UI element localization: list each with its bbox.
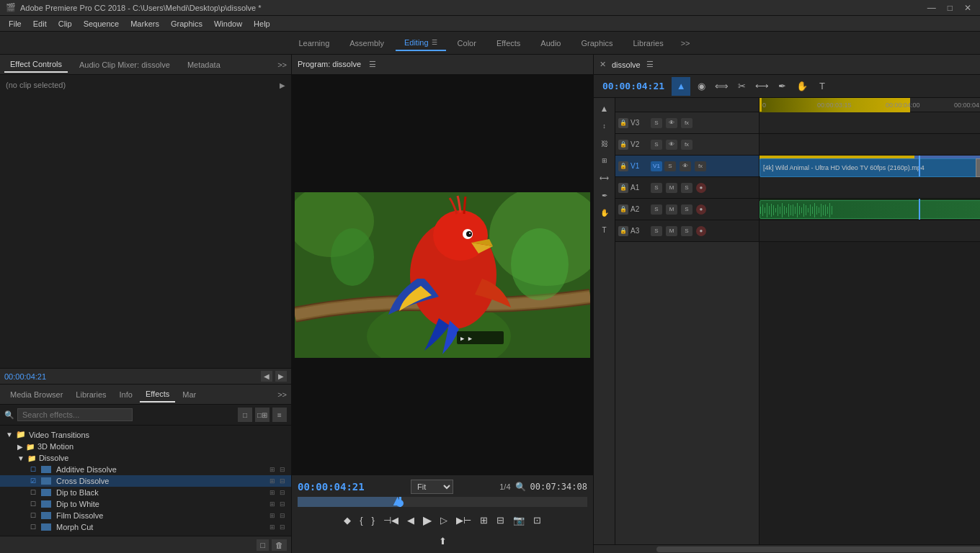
v2-eye-btn[interactable]: 👁 [666,140,677,150]
v3-eye-btn[interactable]: 👁 [666,118,677,128]
a3-record-btn[interactable]: ● [696,226,706,236]
loop-out-button[interactable]: ⊟ [493,513,508,528]
tl-btn-arrow[interactable]: ↕ [597,118,612,134]
menu-edit[interactable]: Edit [27,18,53,30]
v2-sync-btn[interactable]: S [651,140,662,150]
timeline-scrollbar[interactable] [594,544,980,553]
a2-sync-btn[interactable]: S [651,204,662,215]
folder-video-transitions[interactable]: ▼ 📁 Video Transitions [0,428,291,441]
zoom-icon[interactable]: 🔍 [515,482,526,492]
list-view-button[interactable]: ≡ [272,408,287,422]
program-timecode-current[interactable]: 00:00:04:21 [298,481,365,493]
transition-marker[interactable] [976,158,980,177]
tab-assembly[interactable]: Assembly [341,36,393,50]
menu-graphics[interactable]: Graphics [165,18,208,30]
v3-fx-btn[interactable]: fx [681,118,692,128]
tab-editing[interactable]: Editing ☰ [396,35,446,51]
v1-eye-btn[interactable]: 👁 [680,161,691,171]
mark-in-button[interactable]: { [356,513,366,528]
menu-window[interactable]: Window [208,18,248,30]
ec-btn-prev[interactable]: ◀ [261,371,272,382]
tab-libraries[interactable]: Libraries [625,36,672,50]
timeline-ruler[interactable]: 0 00:00:03:15 00:00:04:00 00:00:04:15 00… [760,98,980,112]
pen-tool[interactable]: ✒ [772,77,791,96]
a1-lock-icon[interactable]: 🔒 [618,183,628,193]
effect-dip-white[interactable]: ☐ Dip to White ⊞ ⊟ [0,498,291,510]
a2-audio-clip[interactable] [760,200,980,219]
a2-record-btn[interactable]: ● [696,204,706,215]
selection-tool[interactable]: ▲ [672,77,690,96]
loop-in-button[interactable]: ⊞ [476,513,491,528]
v3-lock-icon[interactable]: 🔒 [618,118,628,128]
ec-btn-next[interactable]: ▶ [275,371,287,382]
mark-out-button[interactable]: } [368,513,378,528]
effect-additive-dissolve[interactable]: ☐ Additive Dissolve ⊞ ⊟ [0,464,291,475]
effect-dip-black[interactable]: ☐ Dip to Black ⊞ ⊟ [0,487,291,498]
new-folder-button[interactable]: □⊞ [255,408,270,422]
tl-btn-link[interactable]: ⛓ [597,135,612,151]
expand-arrow[interactable]: ▶ [280,81,285,89]
go-to-in-button[interactable]: ⊣◀ [380,513,402,528]
tab-audio[interactable]: Audio [532,36,569,50]
tl-btn-text[interactable]: T [597,222,612,238]
a3-lock-icon[interactable]: 🔒 [618,226,628,236]
close-button[interactable]: ✕ [961,3,974,13]
a1-mute-btn[interactable]: M [666,183,677,193]
tab-learning[interactable]: Learning [290,36,338,50]
timeline-close-icon[interactable]: ✕ [600,60,606,69]
menu-markers[interactable]: Markers [125,18,165,30]
rate-stretch-tool[interactable]: ⟺ [712,77,731,96]
slip-tool[interactable]: ⟷ [752,77,771,96]
delete-btn[interactable]: 🗑 [272,539,287,551]
panel-overflow-icon[interactable]: >> [277,60,287,69]
timeline-tab[interactable]: dissolve ☰ [612,60,654,69]
menu-clip[interactable]: Clip [53,18,78,30]
a3-solo-btn[interactable]: S [681,226,692,236]
minimize-button[interactable]: — [925,3,939,13]
multicam-button[interactable]: ⊡ [530,513,545,528]
v1-lock-icon[interactable]: 🔒 [618,161,628,171]
timeline-menu-icon[interactable]: ☰ [646,60,654,69]
tab-media-browser[interactable]: Media Browser [4,387,68,402]
media-browser-overflow[interactable]: >> [277,390,287,399]
v2-lock-icon[interactable]: 🔒 [618,140,628,150]
effect-film-dissolve[interactable]: ☐ Film Dissolve ⊞ ⊟ [0,510,291,521]
a2-solo-btn[interactable]: S [681,204,692,215]
maximize-button[interactable]: □ [945,3,956,13]
fit-select[interactable]: Fit 25% 50% 75% 100% [411,480,453,494]
workspace-overflow[interactable]: >> [681,39,690,48]
v1-sync-btn[interactable]: S [664,161,676,171]
tab-libraries-panel[interactable]: Libraries [70,387,112,402]
new-bin-button[interactable]: □ [238,408,252,422]
a2-lock-icon[interactable]: 🔒 [618,204,628,215]
type-tool[interactable]: T [813,77,832,96]
a3-sync-btn[interactable]: S [651,226,662,236]
v1-fx-btn[interactable]: fx [695,161,706,171]
a1-record-btn[interactable]: ● [696,183,706,193]
hand-tool[interactable]: ✋ [793,77,811,96]
tl-btn-hand[interactable]: ✋ [597,204,612,220]
a3-mute-btn[interactable]: M [666,226,677,236]
tab-markers[interactable]: Mar [177,387,202,402]
tab-effect-controls[interactable]: Effect Controls [4,57,68,73]
export-frame-button[interactable]: ⬆ [435,534,450,549]
effect-cross-dissolve[interactable]: ☑ Cross Dissolve ⊞ ⊟ [0,475,291,487]
a1-solo-btn[interactable]: S [681,183,692,193]
a1-sync-btn[interactable]: S [651,183,662,193]
tab-metadata[interactable]: Metadata [182,58,226,72]
tab-info[interactable]: Info [114,387,138,402]
tl-btn-pen[interactable]: ✒ [597,187,612,203]
folder-dissolve[interactable]: ▼ 📁 Dissolve [0,452,291,464]
tab-effects-panel[interactable]: Effects [140,387,175,403]
tl-btn-extend[interactable]: ⟷ [597,170,612,186]
program-scrub-bar[interactable] [298,497,587,507]
menu-sequence[interactable]: Sequence [78,18,125,30]
v1-clip-1[interactable]: [4k] Wild Animal - Ultra HD Video TV 60f… [760,158,979,177]
tab-audio-clip-mixer[interactable]: Audio Clip Mixer: dissolve [74,58,176,72]
step-fwd-button[interactable]: ▷ [437,513,451,528]
tab-color[interactable]: Color [449,36,485,50]
effects-search-input[interactable] [17,408,133,421]
go-to-out-button[interactable]: ▶⊢ [453,513,475,528]
menu-help[interactable]: Help [248,18,276,30]
v2-fx-btn[interactable]: fx [681,140,692,150]
